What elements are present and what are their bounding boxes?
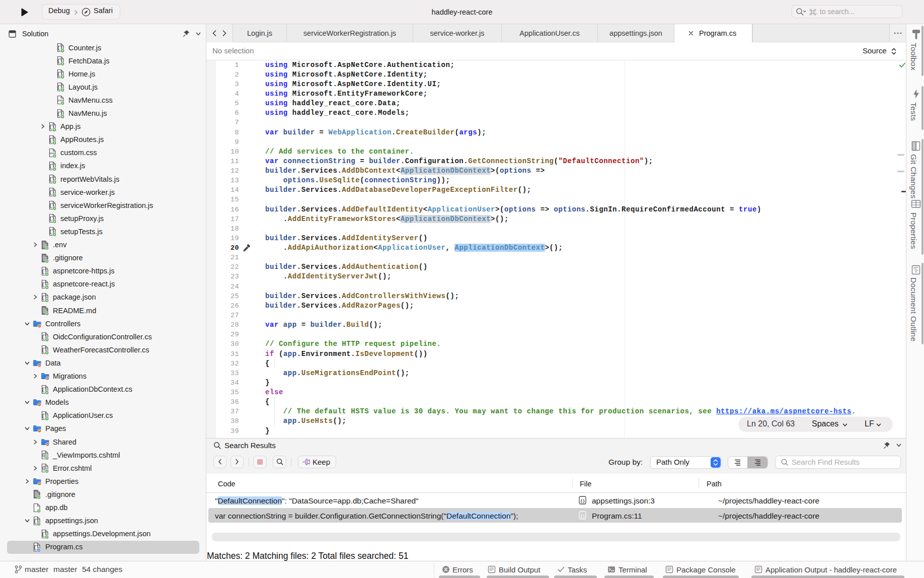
svg-text:{}: {}	[580, 514, 585, 518]
svg-text:{}: {}	[580, 498, 585, 503]
